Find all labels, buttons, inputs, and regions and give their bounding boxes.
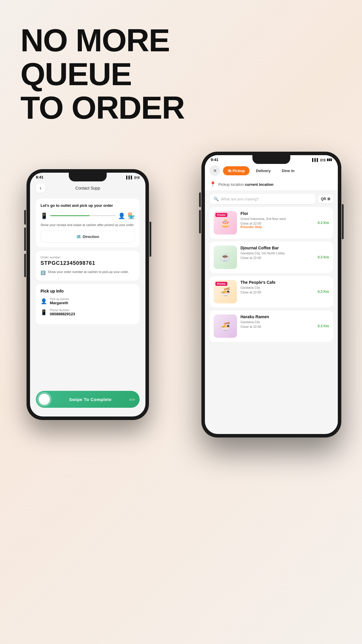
restaurant-item-flor[interactable]: Promo 🎂 Flor Grand Indonesia, 2nd floor …	[210, 207, 333, 239]
silent-button	[24, 254, 26, 277]
order-info-text: Show your order number at cashier to pic…	[48, 270, 129, 274]
back-icon: ‹	[40, 186, 41, 191]
phones-container: 9:41 ▌▌▌ ((•)) ‹ Contact Supp Let's go	[21, 152, 341, 618]
signal-icon: ▌▌▌	[126, 176, 133, 179]
phone-icon: 📱	[41, 212, 48, 219]
tab-dine-in[interactable]: Dine in	[277, 166, 299, 175]
search-icon: 🔍	[214, 197, 219, 201]
time-right: 9:41	[211, 158, 218, 162]
signal-icons-right: ▌▌▌ ((•)) ▮▮▮	[312, 158, 332, 162]
pickup-phone-row: 📱 Phone Number 085888829123	[41, 309, 135, 316]
swipe-handle	[37, 392, 52, 407]
restaurant-thumb-haraku: 🍜	[214, 314, 237, 338]
restaurant-item-peoples[interactable]: Promo 🍜 The People's Cafe Gandaria City …	[210, 276, 333, 307]
signal-icons-left: ▌▌▌ ((•))	[126, 176, 140, 179]
contact-support-label[interactable]: Contact Supp	[75, 186, 100, 190]
map-icon: 🗺️	[76, 235, 81, 239]
hero-line2: QUEUE	[20, 57, 184, 91]
restaurant-thumb-peoples: Promo 🍜	[214, 280, 237, 303]
restaurant-name-djournal: Djournal Coffee Bar	[240, 246, 314, 250]
whatsapp-icon: 📱	[41, 309, 47, 316]
restaurant-close-haraku: Close at 22:00	[240, 325, 314, 328]
restaurant-location-flor: Grand Indonesia, 2nd floor west	[240, 217, 314, 221]
pickup-info-card: Pick up Info 👤 Pick up person Margareth …	[36, 284, 140, 324]
left-phone-screen: 9:41 ▌▌▌ ((•)) ‹ Contact Supp Let's go	[30, 173, 145, 416]
notch-right	[252, 155, 290, 164]
pickup-phone-info: Phone Number 085888829123	[50, 309, 75, 316]
volume-up-button	[24, 210, 26, 225]
hero-line3: TO ORDER	[20, 91, 184, 125]
order-number-label: Order number	[41, 256, 135, 259]
power-button	[150, 222, 151, 257]
qr-icon-symbol: ⊞	[327, 197, 330, 201]
promo-badge-flor: Promo	[215, 213, 227, 217]
back-nav: ‹ Contact Supp	[36, 181, 140, 196]
qr-button[interactable]: QR ⊞	[318, 195, 333, 203]
back-button[interactable]: ‹	[36, 183, 45, 193]
order-info-row: ℹ️ Show your order number at cashier to …	[41, 270, 135, 276]
pickup-info-title: Pick up Info	[41, 289, 135, 293]
location-value: current location	[245, 182, 273, 187]
restaurant-name-flor: Flor	[240, 211, 314, 216]
haraku-food-image: 🍜	[214, 314, 237, 338]
close-icon: ✕	[213, 168, 217, 174]
pickup-person-row: 👤 Pick up person Margareth	[41, 298, 135, 305]
pickup-person-info: Pick up person Margareth	[50, 298, 69, 305]
tab-dine-in-label: Dine in	[282, 169, 294, 173]
pickup-directions-card: Let's go to outlet and pick up your orde…	[36, 199, 140, 247]
tab-pickup[interactable]: 🛍 Pickup	[223, 166, 249, 175]
power-button-right	[342, 204, 344, 239]
preorder-text-flor: Preorder Only	[240, 225, 314, 229]
wifi-icon-right: ((•))	[320, 158, 326, 162]
qr-label: QR	[321, 197, 326, 201]
progress-bar-container: 📱 👤 🏪	[41, 212, 135, 219]
volume-up-button-right	[199, 192, 201, 207]
close-button[interactable]: ✕	[210, 165, 220, 176]
wifi-icon: ((•))	[134, 176, 140, 179]
restaurant-thumb-flor: Promo 🎂	[214, 211, 237, 235]
swipe-complete-button[interactable]: Swipe To Complete »»	[36, 391, 140, 408]
restaurant-name-haraku: Haraku Ramen	[240, 314, 314, 319]
bag-icon: 🛍	[228, 169, 233, 173]
search-container: 🔍 What are you craving? QR ⊞	[205, 191, 338, 207]
swipe-arrows-icon: »»	[129, 396, 135, 402]
tab-bar: ✕ 🛍 Pickup Delivery Dine in	[205, 163, 338, 179]
location-pin-icon: 📍	[210, 181, 216, 188]
restaurant-dist-haraku: 0.3 Km	[318, 324, 329, 328]
restaurant-close-flor: Close at 22:00	[240, 222, 314, 225]
progress-line	[50, 215, 116, 216]
receipt-icon: 🏪	[128, 212, 135, 219]
volume-down-button	[24, 228, 26, 251]
left-phone: 9:41 ▌▌▌ ((•)) ‹ Contact Supp Let's go	[27, 169, 149, 420]
cashier-icon: 👤	[118, 212, 125, 219]
restaurant-close-djournal: Close at 22:00	[240, 256, 314, 260]
restaurant-close-peoples: Close at 22:00	[240, 290, 314, 294]
restaurant-dist-djournal: 0.3 Km	[318, 255, 329, 259]
swipe-circle-inner	[39, 394, 50, 405]
restaurant-item-haraku[interactable]: 🍜 Haraku Ramen Gandaria City Close at 22…	[210, 310, 333, 342]
location-prefix: Pickup location	[218, 182, 244, 187]
volume-down-button-right	[199, 210, 201, 233]
restaurant-info-djournal: Djournal Coffee Bar Gandaria City, UG No…	[240, 246, 314, 260]
person-icon: 👤	[41, 298, 47, 304]
tab-delivery[interactable]: Delivery	[251, 166, 275, 175]
search-input-wrapper[interactable]: 🔍 What are you craving?	[210, 194, 316, 204]
restaurant-dist-peoples: 0.3 Km	[318, 290, 329, 294]
swipe-label: Swipe To Complete	[52, 397, 129, 402]
tab-pickup-label: Pickup	[233, 169, 245, 173]
restaurant-list: Promo 🎂 Flor Grand Indonesia, 2nd floor …	[205, 207, 338, 428]
restaurant-info-haraku: Haraku Ramen Gandaria City Close at 22:0…	[240, 314, 314, 328]
order-number-value: STPGC12345098761	[41, 260, 135, 266]
info-icon: ℹ️	[41, 270, 45, 276]
direction-label: Direction	[83, 235, 99, 239]
restaurant-info-flor: Flor Grand Indonesia, 2nd floor west Clo…	[240, 211, 314, 229]
location-text: Pickup location current location	[218, 182, 273, 187]
battery-icon: ▮▮▮	[327, 158, 332, 162]
restaurant-location-peoples: Gandaria City	[240, 286, 314, 290]
djournal-food-image: ☕	[214, 246, 237, 269]
direction-button[interactable]: 🗺️ Direction	[41, 231, 135, 243]
phone-value: 085888829123	[50, 312, 75, 316]
restaurant-item-djournal[interactable]: ☕ Djournal Coffee Bar Gandaria City, UG …	[210, 242, 333, 273]
restaurant-thumb-djournal: ☕	[214, 246, 237, 269]
tab-delivery-label: Delivery	[256, 169, 271, 173]
